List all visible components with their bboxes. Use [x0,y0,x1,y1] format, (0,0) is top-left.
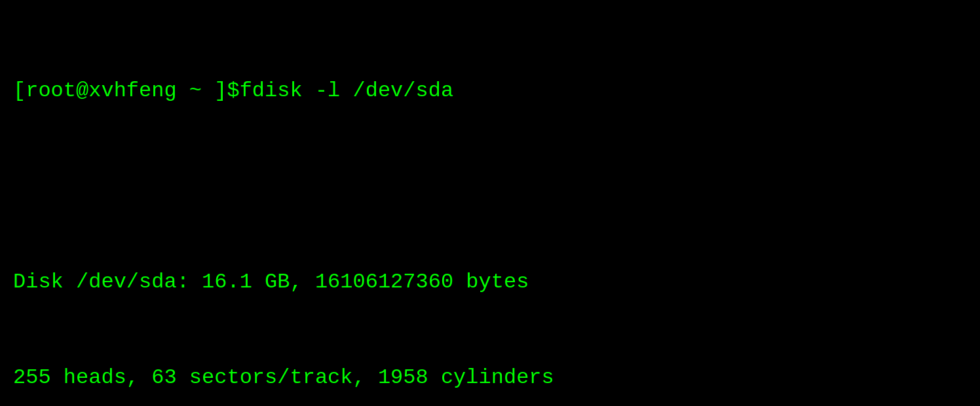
prompt-line: [root@xvhfeng ~ ]$fdisk -l /dev/sda [13,75,967,107]
blank-line-1 [13,171,967,203]
disk-info-line: Disk /dev/sda: 16.1 GB, 16106127360 byte… [13,267,967,299]
terminal-output: [root@xvhfeng ~ ]$fdisk -l /dev/sda Disk… [13,12,967,406]
heads-sectors-line: 255 heads, 63 sectors/track, 1958 cylind… [13,362,967,394]
